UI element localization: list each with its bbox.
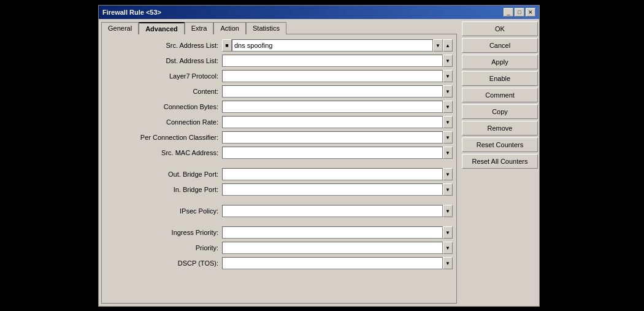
src-mac-label: Src. MAC Address:: [105, 149, 222, 156]
ingress-priority-dropdown-btn[interactable]: ▼: [443, 226, 453, 239]
per-conn-classifier-input[interactable]: [222, 131, 443, 144]
ipsec-policy-control: ▼: [222, 205, 453, 217]
enable-button[interactable]: Enable: [462, 71, 538, 86]
dscp-row: DSCP (TOS): ▼: [105, 257, 453, 269]
ipsec-policy-dropdown-btn[interactable]: ▼: [443, 205, 453, 217]
dscp-input[interactable]: [222, 257, 443, 269]
apply-button[interactable]: Apply: [462, 55, 538, 69]
out-bridge-port-dropdown-btn[interactable]: ▼: [443, 168, 453, 180]
dst-address-list-row: Dst. Address List: ▼: [105, 55, 453, 67]
reset-all-counters-button[interactable]: Reset All Counters: [462, 154, 538, 169]
ipsec-policy-label: IPsec Policy:: [105, 207, 222, 215]
dst-address-list-control: ▼: [222, 55, 453, 67]
layer7-row: Layer7 Protocol: ▼: [105, 70, 453, 82]
window-title: Firewall Rule <53>: [102, 9, 161, 16]
dscp-label: DSCP (TOS):: [105, 259, 222, 267]
conn-rate-label: Connection Rate:: [105, 118, 222, 126]
minimize-button[interactable]: _: [504, 8, 513, 17]
reset-counters-button[interactable]: Reset Counters: [462, 137, 538, 152]
ipsec-policy-row: IPsec Policy: ▼: [105, 205, 453, 217]
per-conn-classifier-dropdown-btn[interactable]: ▼: [443, 131, 453, 144]
src-address-list-row: Src. Address List: ■ ▼ ▲: [105, 39, 453, 52]
conn-bytes-control: ▼: [222, 101, 453, 113]
ipsec-policy-input[interactable]: [222, 205, 443, 217]
tab-content: Src. Address List: ■ ▼ ▲ Dst. Address Li…: [101, 34, 457, 304]
tab-bar: General Advanced Extra Action Statistics: [101, 21, 457, 34]
layer7-dropdown-btn[interactable]: ▼: [443, 70, 453, 82]
title-bar: Firewall Rule <53> _ □ ✕: [99, 6, 539, 19]
ingress-priority-input[interactable]: [222, 226, 443, 239]
src-address-list-label: Src. Address List:: [105, 42, 222, 49]
ingress-priority-control: ▼: [222, 226, 453, 239]
remove-button[interactable]: Remove: [462, 121, 538, 136]
copy-button[interactable]: Copy: [462, 104, 538, 119]
src-address-dropdown-btn[interactable]: ▼: [433, 39, 443, 52]
per-conn-classifier-label: Per Connection Classifier:: [105, 134, 222, 141]
out-bridge-port-row: Out. Bridge Port: ▼: [105, 168, 453, 180]
priority-dropdown-btn[interactable]: ▼: [443, 242, 453, 254]
conn-rate-control: ▼: [222, 116, 453, 128]
dscp-control: ▼: [222, 257, 453, 269]
conn-bytes-row: Connection Bytes: ▼: [105, 101, 453, 113]
separator-3: [105, 220, 453, 226]
tab-statistics[interactable]: Statistics: [246, 22, 286, 34]
ingress-priority-label: Ingress Priority:: [105, 229, 222, 236]
ok-button[interactable]: OK: [462, 21, 538, 36]
conn-bytes-label: Connection Bytes:: [105, 103, 222, 110]
dscp-dropdown-btn[interactable]: ▼: [443, 257, 453, 269]
dst-address-dropdown-btn[interactable]: ▼: [443, 55, 453, 67]
out-bridge-port-control: ▼: [222, 168, 453, 180]
content-dropdown-btn[interactable]: ▼: [443, 85, 453, 98]
tab-advanced[interactable]: Advanced: [139, 22, 185, 34]
src-mac-input[interactable]: [222, 147, 443, 159]
separator-1: [105, 162, 453, 168]
in-bridge-port-row: In. Bridge Port: ▼: [105, 183, 453, 196]
content-label: Content:: [105, 88, 222, 95]
in-bridge-port-dropdown-btn[interactable]: ▼: [443, 183, 453, 196]
main-panel: General Advanced Extra Action Statistics…: [99, 19, 459, 306]
per-conn-classifier-control: ▼: [222, 131, 453, 144]
conn-rate-dropdown-btn[interactable]: ▼: [443, 116, 453, 128]
content-input[interactable]: [222, 85, 443, 98]
tab-action[interactable]: Action: [213, 22, 246, 34]
per-conn-classifier-row: Per Connection Classifier: ▼: [105, 131, 453, 144]
comment-button[interactable]: Comment: [462, 88, 538, 102]
src-mac-row: Src. MAC Address: ▼: [105, 147, 453, 159]
conn-bytes-input[interactable]: [222, 101, 443, 113]
src-address-up-btn[interactable]: ▲: [443, 39, 453, 52]
src-list-btn[interactable]: ■: [222, 39, 232, 52]
conn-rate-input[interactable]: [222, 116, 443, 128]
priority-label: Priority:: [105, 244, 222, 251]
src-address-list-input[interactable]: [232, 39, 433, 52]
layer7-label: Layer7 Protocol:: [105, 72, 222, 80]
close-button[interactable]: ✕: [526, 8, 535, 17]
dst-address-list-input[interactable]: [222, 55, 443, 67]
layer7-input[interactable]: [222, 70, 443, 82]
content-area: General Advanced Extra Action Statistics…: [99, 19, 539, 306]
side-panel: OK Cancel Apply Enable Comment Copy Remo…: [459, 19, 539, 306]
main-window: Firewall Rule <53> _ □ ✕ General Advance…: [98, 5, 540, 307]
content-row: Content: ▼: [105, 85, 453, 98]
dst-address-list-label: Dst. Address List:: [105, 57, 222, 64]
tab-extra[interactable]: Extra: [185, 22, 214, 34]
conn-rate-row: Connection Rate: ▼: [105, 116, 453, 128]
ingress-priority-row: Ingress Priority: ▼: [105, 226, 453, 239]
tab-general[interactable]: General: [101, 22, 139, 34]
priority-row: Priority: ▼: [105, 242, 453, 254]
priority-control: ▼: [222, 242, 453, 254]
priority-input[interactable]: [222, 242, 443, 254]
out-bridge-port-label: Out. Bridge Port:: [105, 171, 222, 178]
window-controls: _ □ ✕: [504, 8, 535, 17]
src-mac-control: ▼: [222, 147, 453, 159]
maximize-button[interactable]: □: [515, 8, 524, 17]
in-bridge-port-input[interactable]: [222, 183, 443, 196]
src-address-list-control: ■ ▼ ▲: [222, 39, 453, 52]
in-bridge-port-label: In. Bridge Port:: [105, 186, 222, 193]
separator-2: [105, 199, 453, 205]
out-bridge-port-input[interactable]: [222, 168, 443, 180]
layer7-control: ▼: [222, 70, 453, 82]
content-control: ▼: [222, 85, 453, 98]
src-mac-dropdown-btn[interactable]: ▼: [443, 147, 453, 159]
conn-bytes-dropdown-btn[interactable]: ▼: [443, 101, 453, 113]
cancel-button[interactable]: Cancel: [462, 38, 538, 53]
